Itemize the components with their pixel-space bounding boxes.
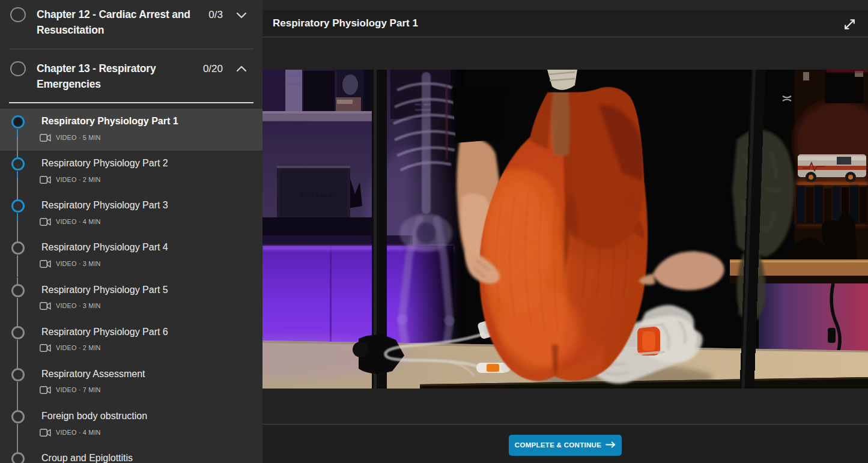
svg-text:VICTROLA: VICTROLA [300, 193, 333, 198]
